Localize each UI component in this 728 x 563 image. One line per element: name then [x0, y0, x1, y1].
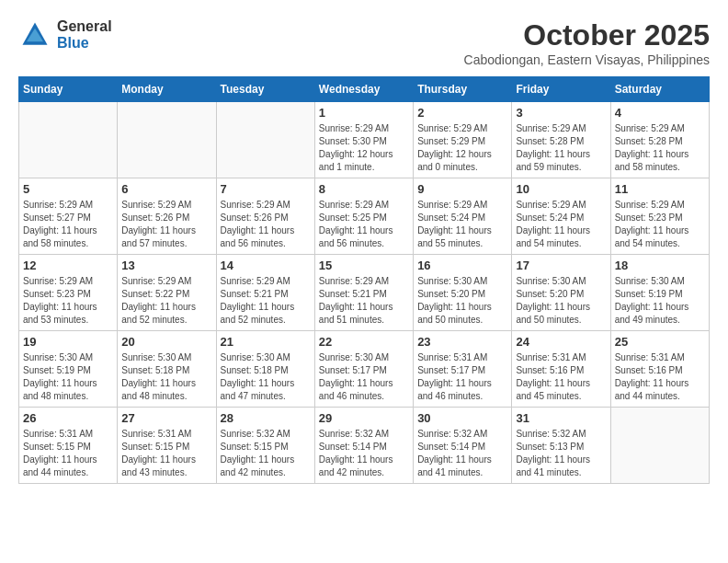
day-info: Sunrise: 5:29 AM Sunset: 5:21 PM Dayligh… — [319, 275, 409, 327]
calendar-cell: 7Sunrise: 5:29 AM Sunset: 5:26 PM Daylig… — [216, 178, 314, 255]
day-number: 2 — [417, 106, 507, 120]
calendar-cell: 10Sunrise: 5:29 AM Sunset: 5:24 PM Dayli… — [512, 178, 610, 255]
day-info: Sunrise: 5:31 AM Sunset: 5:16 PM Dayligh… — [516, 351, 606, 403]
day-info: Sunrise: 5:29 AM Sunset: 5:29 PM Dayligh… — [417, 122, 507, 174]
day-number: 10 — [516, 182, 606, 196]
calendar-cell: 4Sunrise: 5:29 AM Sunset: 5:28 PM Daylig… — [610, 102, 709, 178]
calendar-week-row: 19Sunrise: 5:30 AM Sunset: 5:19 PM Dayli… — [19, 331, 710, 408]
day-info: Sunrise: 5:29 AM Sunset: 5:30 PM Dayligh… — [319, 122, 409, 174]
page-header: General Blue October 2025 Cabodiongan, E… — [18, 18, 710, 67]
day-info: Sunrise: 5:29 AM Sunset: 5:22 PM Dayligh… — [121, 275, 211, 327]
logo: General Blue — [18, 18, 112, 52]
header-saturday: Saturday — [610, 77, 709, 102]
calendar-cell — [216, 102, 314, 178]
calendar-cell: 19Sunrise: 5:30 AM Sunset: 5:19 PM Dayli… — [19, 331, 118, 408]
calendar-cell: 11Sunrise: 5:29 AM Sunset: 5:23 PM Dayli… — [610, 178, 709, 255]
calendar-cell: 31Sunrise: 5:32 AM Sunset: 5:13 PM Dayli… — [512, 408, 610, 484]
calendar-week-row: 1Sunrise: 5:29 AM Sunset: 5:30 PM Daylig… — [19, 102, 710, 178]
calendar-week-row: 12Sunrise: 5:29 AM Sunset: 5:23 PM Dayli… — [19, 255, 710, 331]
day-number: 23 — [417, 335, 507, 349]
title-section: October 2025 Cabodiongan, Eastern Visaya… — [464, 18, 710, 67]
day-number: 9 — [417, 182, 507, 196]
day-info: Sunrise: 5:29 AM Sunset: 5:27 PM Dayligh… — [23, 199, 113, 250]
day-info: Sunrise: 5:29 AM Sunset: 5:24 PM Dayligh… — [417, 199, 507, 250]
calendar-cell: 20Sunrise: 5:30 AM Sunset: 5:18 PM Dayli… — [118, 331, 216, 408]
day-number: 15 — [319, 259, 409, 272]
day-number: 18 — [615, 259, 705, 272]
day-info: Sunrise: 5:30 AM Sunset: 5:19 PM Dayligh… — [23, 351, 113, 403]
day-number: 14 — [221, 259, 311, 272]
day-info: Sunrise: 5:29 AM Sunset: 5:24 PM Dayligh… — [516, 199, 606, 250]
calendar-cell: 9Sunrise: 5:29 AM Sunset: 5:24 PM Daylig… — [414, 178, 512, 255]
day-number: 8 — [319, 182, 409, 196]
day-number: 5 — [23, 182, 113, 196]
header-tuesday: Tuesday — [216, 77, 314, 102]
calendar-cell: 25Sunrise: 5:31 AM Sunset: 5:16 PM Dayli… — [610, 331, 709, 408]
calendar-cell: 21Sunrise: 5:30 AM Sunset: 5:18 PM Dayli… — [216, 331, 314, 408]
day-info: Sunrise: 5:31 AM Sunset: 5:15 PM Dayligh… — [23, 428, 113, 479]
header-monday: Monday — [118, 77, 216, 102]
calendar-cell: 1Sunrise: 5:29 AM Sunset: 5:30 PM Daylig… — [314, 102, 413, 178]
day-number: 7 — [221, 182, 311, 196]
calendar-cell: 30Sunrise: 5:32 AM Sunset: 5:14 PM Dayli… — [414, 408, 512, 484]
day-number: 13 — [121, 259, 211, 272]
day-number: 3 — [516, 106, 606, 120]
calendar-cell: 6Sunrise: 5:29 AM Sunset: 5:26 PM Daylig… — [118, 178, 216, 255]
logo-blue: Blue — [57, 35, 112, 52]
calendar-cell: 15Sunrise: 5:29 AM Sunset: 5:21 PM Dayli… — [314, 255, 413, 331]
day-number: 17 — [516, 259, 606, 272]
calendar-week-row: 5Sunrise: 5:29 AM Sunset: 5:27 PM Daylig… — [19, 178, 710, 255]
calendar-week-row: 26Sunrise: 5:31 AM Sunset: 5:15 PM Dayli… — [19, 408, 710, 484]
day-number: 21 — [221, 335, 311, 349]
calendar-cell: 27Sunrise: 5:31 AM Sunset: 5:15 PM Dayli… — [118, 408, 216, 484]
calendar-cell: 22Sunrise: 5:30 AM Sunset: 5:17 PM Dayli… — [314, 331, 413, 408]
header-thursday: Thursday — [414, 77, 512, 102]
day-info: Sunrise: 5:30 AM Sunset: 5:20 PM Dayligh… — [516, 275, 606, 327]
logo-general: General — [57, 18, 112, 35]
calendar-header-row: SundayMondayTuesdayWednesdayThursdayFrid… — [19, 77, 710, 102]
day-info: Sunrise: 5:30 AM Sunset: 5:17 PM Dayligh… — [319, 351, 409, 403]
day-info: Sunrise: 5:31 AM Sunset: 5:17 PM Dayligh… — [417, 351, 507, 403]
calendar-cell: 23Sunrise: 5:31 AM Sunset: 5:17 PM Dayli… — [414, 331, 512, 408]
day-info: Sunrise: 5:29 AM Sunset: 5:23 PM Dayligh… — [23, 275, 113, 327]
calendar-cell: 17Sunrise: 5:30 AM Sunset: 5:20 PM Dayli… — [512, 255, 610, 331]
day-number: 20 — [121, 335, 211, 349]
calendar-cell: 16Sunrise: 5:30 AM Sunset: 5:20 PM Dayli… — [414, 255, 512, 331]
day-info: Sunrise: 5:31 AM Sunset: 5:16 PM Dayligh… — [615, 351, 705, 403]
day-info: Sunrise: 5:30 AM Sunset: 5:18 PM Dayligh… — [121, 351, 211, 403]
month-year-title: October 2025 — [464, 18, 710, 52]
day-number: 29 — [319, 411, 409, 425]
calendar-cell: 24Sunrise: 5:31 AM Sunset: 5:16 PM Dayli… — [512, 331, 610, 408]
day-info: Sunrise: 5:32 AM Sunset: 5:13 PM Dayligh… — [516, 428, 606, 479]
calendar-cell: 5Sunrise: 5:29 AM Sunset: 5:27 PM Daylig… — [19, 178, 118, 255]
location-subtitle: Cabodiongan, Eastern Visayas, Philippine… — [464, 52, 710, 67]
day-info: Sunrise: 5:30 AM Sunset: 5:18 PM Dayligh… — [221, 351, 311, 403]
calendar-cell: 26Sunrise: 5:31 AM Sunset: 5:15 PM Dayli… — [19, 408, 118, 484]
day-info: Sunrise: 5:29 AM Sunset: 5:25 PM Dayligh… — [319, 199, 409, 250]
day-number: 22 — [319, 335, 409, 349]
day-number: 6 — [121, 182, 211, 196]
day-number: 28 — [221, 411, 311, 425]
day-info: Sunrise: 5:29 AM Sunset: 5:28 PM Dayligh… — [516, 122, 606, 174]
header-wednesday: Wednesday — [314, 77, 413, 102]
day-info: Sunrise: 5:31 AM Sunset: 5:15 PM Dayligh… — [121, 428, 211, 479]
calendar-cell — [610, 408, 709, 484]
calendar-cell: 28Sunrise: 5:32 AM Sunset: 5:15 PM Dayli… — [216, 408, 314, 484]
calendar-cell — [19, 102, 118, 178]
day-number: 11 — [615, 182, 705, 196]
day-number: 1 — [319, 106, 409, 120]
calendar-cell — [118, 102, 216, 178]
day-info: Sunrise: 5:29 AM Sunset: 5:28 PM Dayligh… — [615, 122, 705, 174]
calendar-cell: 3Sunrise: 5:29 AM Sunset: 5:28 PM Daylig… — [512, 102, 610, 178]
day-number: 25 — [615, 335, 705, 349]
calendar-cell: 14Sunrise: 5:29 AM Sunset: 5:21 PM Dayli… — [216, 255, 314, 331]
calendar-cell: 18Sunrise: 5:30 AM Sunset: 5:19 PM Dayli… — [610, 255, 709, 331]
day-info: Sunrise: 5:30 AM Sunset: 5:20 PM Dayligh… — [417, 275, 507, 327]
day-number: 27 — [121, 411, 211, 425]
day-info: Sunrise: 5:32 AM Sunset: 5:14 PM Dayligh… — [319, 428, 409, 479]
day-number: 24 — [516, 335, 606, 349]
day-info: Sunrise: 5:32 AM Sunset: 5:14 PM Dayligh… — [417, 428, 507, 479]
calendar-cell: 8Sunrise: 5:29 AM Sunset: 5:25 PM Daylig… — [314, 178, 413, 255]
day-number: 12 — [23, 259, 113, 272]
calendar-cell: 12Sunrise: 5:29 AM Sunset: 5:23 PM Dayli… — [19, 255, 118, 331]
